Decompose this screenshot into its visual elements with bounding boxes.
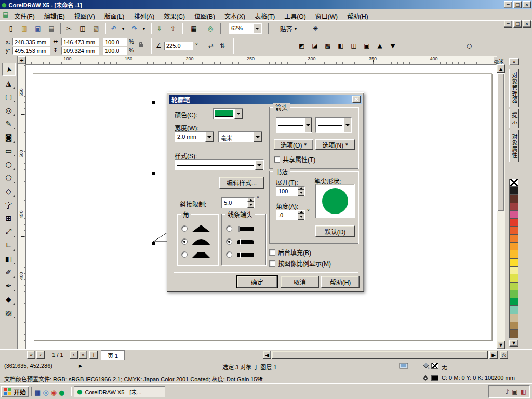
blend-tool[interactable]: ◧ xyxy=(2,252,16,265)
object-x-input[interactable]: 248.335 mm xyxy=(12,38,50,46)
menu-item[interactable]: 窗口(W) xyxy=(311,9,342,22)
mirror-vertical-button[interactable]: ⇅ xyxy=(217,41,228,51)
object-y-input[interactable]: 495.153 mm xyxy=(12,47,50,55)
rotation-angle-input[interactable]: 225.0 xyxy=(164,42,193,50)
arrow-end-dropdown-icon[interactable] xyxy=(344,118,351,132)
scroll-left-icon[interactable]: ◀ xyxy=(263,351,271,359)
line-cap-radio[interactable] xyxy=(226,251,232,258)
redo-dropdown-icon[interactable]: ▾ xyxy=(141,23,147,34)
smart-fill-tool[interactable]: ◙ xyxy=(2,130,16,143)
menu-item[interactable]: 表格(T) xyxy=(250,9,280,22)
outline-pen-tool[interactable]: ✒ xyxy=(2,279,16,292)
outline-width-combo[interactable]: 2.0 mm xyxy=(175,131,214,142)
freehand-tool[interactable]: ✎ xyxy=(2,117,16,130)
color-swatch[interactable] xyxy=(509,283,518,290)
group-button[interactable]: ◫ xyxy=(348,40,360,51)
color-swatch[interactable] xyxy=(509,243,518,250)
menu-item[interactable]: 视图(V) xyxy=(70,9,100,22)
intersect-button[interactable]: ▩ xyxy=(322,40,334,51)
pick-tool[interactable]: ➤ xyxy=(2,63,16,76)
browser-icon[interactable]: ◎ xyxy=(43,389,48,396)
scroll-right-icon[interactable]: ▶ xyxy=(489,351,498,359)
object-width-input[interactable]: 146.473 mm xyxy=(61,38,99,46)
undo-button[interactable]: ↶ xyxy=(108,23,119,34)
navigator-button[interactable]: ◎ xyxy=(500,351,508,359)
menu-item[interactable]: 效果(C) xyxy=(159,9,190,22)
start-button[interactable]: 开始 xyxy=(1,386,29,397)
behind-fill-checkbox[interactable]: 后台填充(B) xyxy=(269,248,311,257)
corner-style-radio[interactable] xyxy=(181,251,188,258)
corner-style-radio[interactable] xyxy=(181,238,188,245)
mirror-horizontal-button[interactable]: ⇄ xyxy=(206,41,216,51)
maximize-button[interactable]: □ xyxy=(513,1,522,8)
redo-button[interactable]: ↷ xyxy=(129,23,140,34)
line-cap-radio[interactable] xyxy=(226,225,232,232)
ungroup-button[interactable]: ▣ xyxy=(361,40,373,51)
combine-button[interactable]: ◧ xyxy=(335,40,347,51)
checkbox-box[interactable] xyxy=(274,156,280,163)
last-page-button[interactable]: » xyxy=(79,351,87,359)
spin-up-icon[interactable] xyxy=(247,198,254,202)
propbar-grip[interactable] xyxy=(2,38,3,54)
next-page-button[interactable]: › xyxy=(70,351,78,359)
scale-y-input[interactable]: 100.0 xyxy=(103,47,127,55)
vertical-scroll-thumb[interactable] xyxy=(497,73,504,211)
zoom-level-combo[interactable]: 62% xyxy=(229,23,262,34)
text-tool[interactable]: 字 xyxy=(2,198,16,211)
scroll-down-icon[interactable]: ▼ xyxy=(497,341,505,349)
color-swatch[interactable] xyxy=(509,203,518,211)
spin-down-icon[interactable] xyxy=(298,214,304,220)
menu-item[interactable]: 位图(B) xyxy=(190,9,220,22)
line-style-combo[interactable] xyxy=(175,159,264,170)
color-swatch[interactable] xyxy=(509,314,518,322)
miter-limit-spinner[interactable]: 5.0 xyxy=(221,197,255,208)
corner-style-radio[interactable] xyxy=(181,225,188,232)
trim-button[interactable]: ◪ xyxy=(309,40,321,51)
show-desktop-icon[interactable]: ▦ xyxy=(34,389,41,396)
minimize-button[interactable]: ─ xyxy=(504,1,512,8)
color-swatch[interactable] xyxy=(509,219,518,227)
to-back-button[interactable]: ▼ xyxy=(387,40,398,51)
fill-tool[interactable]: ◆ xyxy=(2,292,16,305)
object-height-input[interactable]: 109.324 mm xyxy=(61,47,99,55)
page-tab[interactable]: 页 1 xyxy=(101,350,125,360)
help-button[interactable]: 帮助(H) xyxy=(321,276,360,288)
color-swatch[interactable] xyxy=(509,187,518,195)
menu-item[interactable]: 版面(L) xyxy=(100,9,129,22)
color-swatch[interactable] xyxy=(509,259,518,267)
new-document-button[interactable]: ▯ xyxy=(5,23,17,34)
menu-item[interactable]: 编辑(E) xyxy=(39,9,70,22)
color-swatch[interactable] xyxy=(509,322,518,330)
checkbox-box[interactable] xyxy=(269,260,275,267)
selection-handle[interactable] xyxy=(152,101,155,104)
horizontal-scroll-thumb[interactable] xyxy=(272,351,488,359)
ellipse-tool[interactable]: ○ xyxy=(2,157,16,170)
color-swatch[interactable] xyxy=(509,330,518,338)
color-swatch[interactable] xyxy=(509,250,518,258)
expander-icon[interactable]: ▶ xyxy=(260,376,263,380)
dialog-title-bar[interactable]: 轮廓笔 × xyxy=(169,95,362,104)
width-units-combo[interactable]: 毫米 xyxy=(218,131,262,142)
scroll-up-icon[interactable]: ▲ xyxy=(497,64,505,73)
menu-item[interactable]: 文件(F) xyxy=(9,9,39,22)
toolbar-grip[interactable] xyxy=(2,23,3,34)
taskbar-task-button[interactable]: ● CorelDRAW X5 - [未... xyxy=(74,386,165,397)
arrow-start-picker[interactable] xyxy=(276,117,312,133)
vertical-scrollbar[interactable]: ▲ ▼ xyxy=(497,64,505,349)
color-swatch[interactable] xyxy=(509,298,518,306)
scale-with-image-checkbox[interactable]: 按图像比例显示(M) xyxy=(269,259,331,268)
horizontal-scrollbar[interactable] xyxy=(271,351,489,359)
table-tool[interactable]: ⊞ xyxy=(2,211,16,224)
docker-tab[interactable]: 对象管理器 xyxy=(509,69,519,107)
eyedropper-tool[interactable]: ✐ xyxy=(2,265,16,278)
menu-item[interactable]: 工具(O) xyxy=(280,9,310,22)
volume-icon[interactable]: ♪ xyxy=(506,388,510,395)
color-swatch[interactable] xyxy=(509,267,518,274)
copy-button[interactable]: ◫ xyxy=(77,23,88,34)
add-page-button[interactable]: + xyxy=(89,351,98,359)
docker-tab[interactable]: 提示 xyxy=(509,109,519,128)
cancel-button[interactable]: 取消 xyxy=(281,276,319,288)
docker-collapse-button[interactable]: « xyxy=(509,58,519,65)
dimension-tool[interactable]: ⤢ xyxy=(2,225,16,238)
zoom-dropdown-icon[interactable] xyxy=(253,23,261,33)
